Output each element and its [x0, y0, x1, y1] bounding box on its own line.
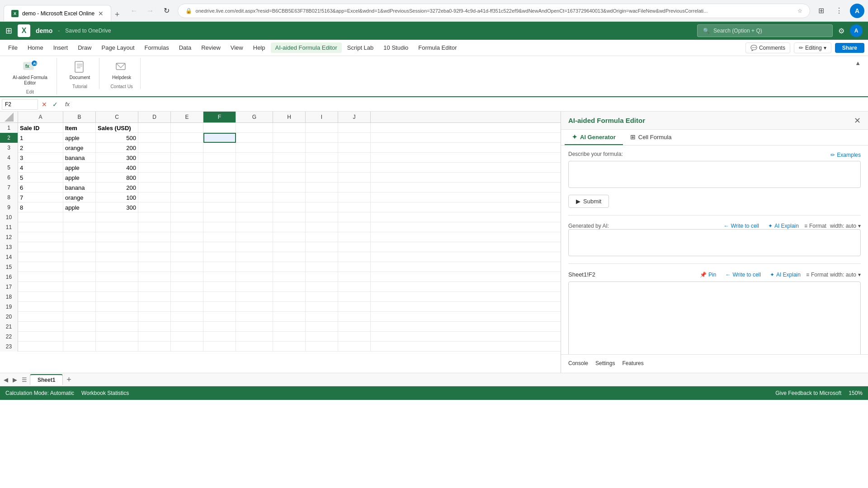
cell-f14[interactable] [203, 252, 236, 262]
cell-j20[interactable] [338, 312, 371, 322]
workbook-stats-link[interactable]: Workbook Statistics [81, 390, 129, 396]
cell-b12[interactable] [63, 232, 96, 242]
cell-h11[interactable] [273, 222, 306, 232]
cell-e2[interactable] [171, 133, 203, 143]
cell-e10[interactable] [171, 212, 203, 222]
cell-c18[interactable] [96, 292, 138, 302]
cell-e3[interactable] [171, 143, 203, 153]
cell-i16[interactable] [306, 272, 338, 282]
col-header-a[interactable]: A [18, 112, 63, 122]
cell-f13[interactable] [203, 242, 236, 252]
cell-i20[interactable] [306, 312, 338, 322]
cell-c13[interactable] [96, 242, 138, 252]
cell-f7[interactable] [203, 183, 236, 192]
cell-a16[interactable] [18, 272, 63, 282]
cell-g2[interactable] [236, 133, 273, 143]
cell-a5[interactable]: 4 [18, 163, 63, 173]
cell-g18[interactable] [236, 292, 273, 302]
helpdesk-ribbon-btn[interactable]: Helpdesk [108, 58, 135, 82]
formula-cancel-icon[interactable]: ✕ [40, 101, 49, 108]
cell-g22[interactable] [236, 332, 273, 342]
tab-close-icon[interactable]: ✕ [98, 10, 104, 17]
cell-h21[interactable] [273, 322, 306, 332]
editing-button[interactable]: ✏ Editing ▾ [794, 42, 831, 53]
menu-formulas[interactable]: Formulas [140, 42, 174, 53]
forward-button[interactable]: → [143, 4, 158, 18]
ribbon-collapse-icon[interactable]: ▲ [853, 58, 863, 68]
menu-review[interactable]: Review [197, 42, 225, 53]
col-header-d[interactable]: D [138, 112, 171, 122]
cell-g14[interactable] [236, 252, 273, 262]
cell-f1[interactable] [203, 123, 236, 133]
cell-j19[interactable] [338, 302, 371, 312]
cell-h10[interactable] [273, 212, 306, 222]
cell-c22[interactable] [96, 332, 138, 342]
cell-i9[interactable] [306, 202, 338, 212]
col-header-e[interactable]: E [171, 112, 203, 122]
cell-i13[interactable] [306, 242, 338, 252]
cell-d7[interactable] [138, 183, 171, 192]
extensions-button[interactable]: ⊞ [814, 4, 828, 18]
cell-e11[interactable] [171, 222, 203, 232]
cell-g3[interactable] [236, 143, 273, 153]
cell-g11[interactable] [236, 222, 273, 232]
cell-j8[interactable] [338, 192, 371, 202]
new-tab-button[interactable]: + [111, 8, 123, 21]
cell-b14[interactable] [63, 252, 96, 262]
cell-c15[interactable] [96, 262, 138, 272]
cell-i10[interactable] [306, 212, 338, 222]
sheet-nav-right[interactable]: ▶ [11, 375, 19, 385]
cell-a23[interactable] [18, 342, 63, 352]
cell-a10[interactable] [18, 212, 63, 222]
cell-a2[interactable]: 1 [18, 133, 63, 143]
cell-a8[interactable]: 7 [18, 192, 63, 202]
cell-j10[interactable] [338, 212, 371, 222]
tab-ai-generator[interactable]: ✦ AI Generator [565, 130, 623, 145]
cell-h14[interactable] [273, 252, 306, 262]
refresh-button[interactable]: ↻ [160, 4, 174, 18]
cell-a11[interactable] [18, 222, 63, 232]
cell-a4[interactable]: 3 [18, 153, 63, 163]
cell-g13[interactable] [236, 242, 273, 252]
menu-help[interactable]: Help [249, 42, 270, 53]
cell-c2[interactable]: 500 [96, 133, 138, 143]
cell-h8[interactable] [273, 192, 306, 202]
cell-b19[interactable] [63, 302, 96, 312]
cell-c14[interactable] [96, 252, 138, 262]
cell-h22[interactable] [273, 332, 306, 342]
col-header-h[interactable]: H [273, 112, 306, 122]
cell-i11[interactable] [306, 222, 338, 232]
cell-h5[interactable] [273, 163, 306, 173]
cell-h15[interactable] [273, 262, 306, 272]
cell-e22[interactable] [171, 332, 203, 342]
cell-a1[interactable]: Sale ID [18, 123, 63, 133]
footer-tab-settings[interactable]: Settings [595, 358, 615, 369]
cell-e17[interactable] [171, 282, 203, 292]
cell-h23[interactable] [273, 342, 306, 352]
waffle-icon[interactable]: ⊞ [5, 26, 12, 36]
cell-f11[interactable] [203, 222, 236, 232]
cell-e16[interactable] [171, 272, 203, 282]
cell-b3[interactable]: orange [63, 143, 96, 153]
cell-d5[interactable] [138, 163, 171, 173]
cell-c7[interactable]: 200 [96, 183, 138, 192]
cell-a3[interactable]: 2 [18, 143, 63, 153]
cell-d11[interactable] [138, 222, 171, 232]
cell-g6[interactable] [236, 173, 273, 183]
cell-i17[interactable] [306, 282, 338, 292]
cell-h17[interactable] [273, 282, 306, 292]
more-button[interactable]: ⋮ [832, 4, 846, 18]
cell-i15[interactable] [306, 262, 338, 272]
menu-insert[interactable]: Insert [49, 42, 73, 53]
cell-j14[interactable] [338, 252, 371, 262]
cell-d21[interactable] [138, 322, 171, 332]
cell-b20[interactable] [63, 312, 96, 322]
cell-f16[interactable] [203, 272, 236, 282]
cell-f23[interactable] [203, 342, 236, 352]
cell-e5[interactable] [171, 163, 203, 173]
cell-i6[interactable] [306, 173, 338, 183]
panel-close-icon[interactable]: ✕ [854, 116, 861, 126]
pin-btn[interactable]: 📌 Pin [700, 272, 716, 278]
cell-e19[interactable] [171, 302, 203, 312]
cell-g10[interactable] [236, 212, 273, 222]
